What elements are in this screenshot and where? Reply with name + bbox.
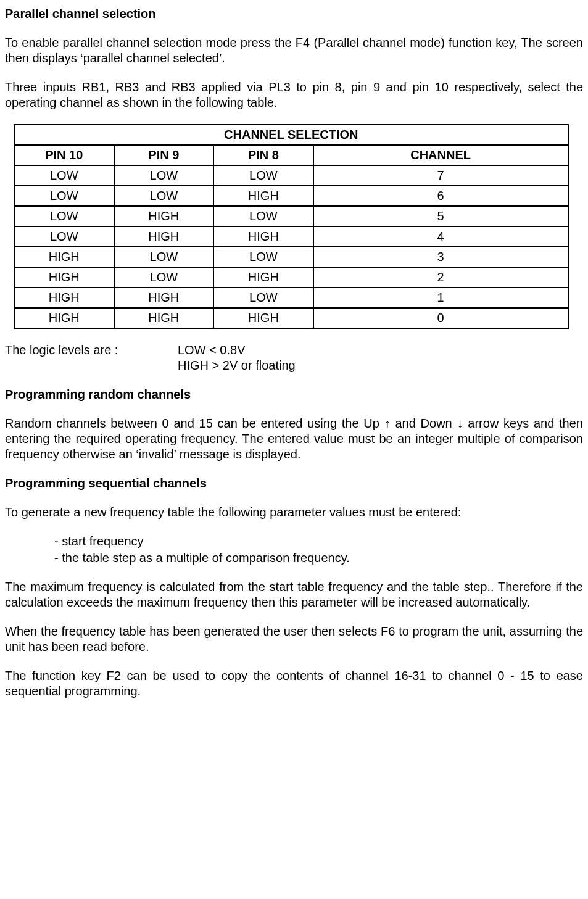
logic-levels-label: The logic levels are : (5, 342, 178, 373)
col-header-pin9: PIN 9 (114, 145, 214, 165)
sequential-parameter-list: - start frequency - the table step as a … (5, 534, 583, 566)
para-inputs-description: Three inputs RB1, RB3 and RB3 applied vi… (5, 80, 583, 110)
table-row: LOW HIGH HIGH 4 (14, 226, 568, 247)
heading-parallel-channel-selection: Parallel channel selection (5, 6, 583, 22)
cell-pin8: LOW (213, 288, 313, 308)
col-header-pin8: PIN 8 (213, 145, 313, 165)
table-row: HIGH HIGH HIGH 0 (14, 308, 568, 328)
cell-pin8: LOW (213, 206, 313, 226)
table-title: CHANNEL SELECTION (14, 125, 568, 145)
cell-channel: 0 (313, 308, 568, 328)
list-item: - start frequency (54, 534, 583, 549)
channel-selection-table: CHANNEL SELECTION PIN 10 PIN 9 PIN 8 CHA… (14, 124, 569, 329)
cell-channel: 5 (313, 206, 568, 226)
cell-channel: 3 (313, 247, 568, 267)
cell-pin9: LOW (114, 247, 214, 267)
cell-pin10: HIGH (14, 288, 114, 308)
list-item: - the table step as a multiple of compar… (54, 550, 583, 566)
cell-pin9: LOW (114, 165, 214, 186)
heading-programming-random-channels: Programming random channels (5, 387, 583, 402)
cell-pin10: HIGH (14, 247, 114, 267)
cell-pin10: LOW (14, 165, 114, 186)
logic-levels-block: The logic levels are : LOW < 0.8V HIGH >… (5, 342, 583, 373)
col-header-channel: CHANNEL (313, 145, 568, 165)
cell-pin9: LOW (114, 186, 214, 206)
logic-high: HIGH > 2V or floating (178, 358, 296, 373)
cell-channel: 7 (313, 165, 568, 186)
table-row: HIGH LOW LOW 3 (14, 247, 568, 267)
table-row: HIGH HIGH LOW 1 (14, 288, 568, 308)
cell-pin10: LOW (14, 226, 114, 247)
table-row: LOW LOW HIGH 6 (14, 186, 568, 206)
cell-pin8: HIGH (213, 308, 313, 328)
cell-pin8: LOW (213, 247, 313, 267)
para-sequential-intro: To generate a new frequency table the fo… (5, 505, 583, 520)
table-row: LOW LOW LOW 7 (14, 165, 568, 186)
cell-pin9: HIGH (114, 226, 214, 247)
cell-pin9: LOW (114, 267, 214, 288)
cell-pin8: HIGH (213, 186, 313, 206)
cell-pin10: HIGH (14, 308, 114, 328)
para-f2-copy: The function key F2 can be used to copy … (5, 668, 583, 699)
cell-pin10: LOW (14, 206, 114, 226)
cell-channel: 6 (313, 186, 568, 206)
cell-pin8: HIGH (213, 226, 313, 247)
para-parallel-mode-enable: To enable parallel channel selection mod… (5, 35, 583, 66)
cell-pin10: LOW (14, 186, 114, 206)
para-f6-program: When the frequency table has been genera… (5, 624, 583, 655)
cell-pin10: HIGH (14, 267, 114, 288)
table-row: LOW HIGH LOW 5 (14, 206, 568, 226)
cell-pin9: HIGH (114, 308, 214, 328)
cell-pin8: LOW (213, 165, 313, 186)
logic-low: LOW < 0.8V (178, 342, 296, 358)
heading-programming-sequential-channels: Programming sequential channels (5, 476, 583, 491)
table-row: HIGH LOW HIGH 2 (14, 267, 568, 288)
para-random-channels: Random channels between 0 and 15 can be … (5, 416, 583, 462)
cell-channel: 4 (313, 226, 568, 247)
cell-pin9: HIGH (114, 288, 214, 308)
cell-pin8: HIGH (213, 267, 313, 288)
cell-channel: 1 (313, 288, 568, 308)
cell-pin9: HIGH (114, 206, 214, 226)
para-max-frequency: The maximum frequency is calculated from… (5, 579, 583, 610)
col-header-pin10: PIN 10 (14, 145, 114, 165)
cell-channel: 2 (313, 267, 568, 288)
